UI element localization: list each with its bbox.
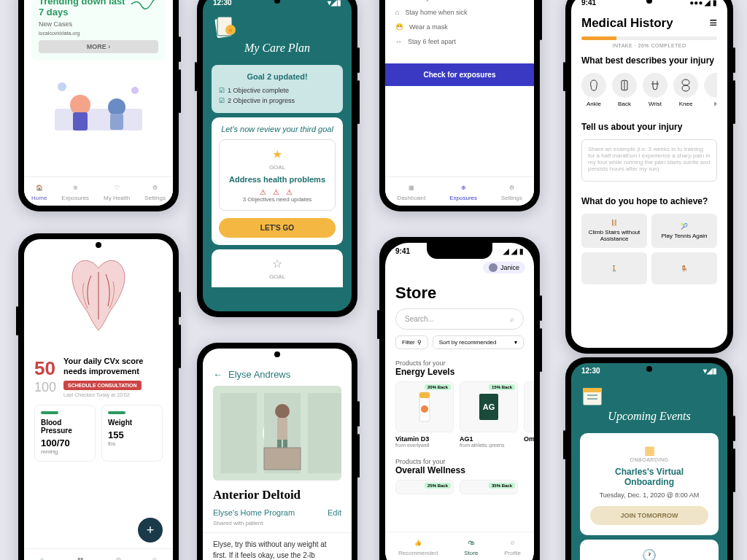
- achieve-tennis[interactable]: 🎾Play Tennis Again: [651, 214, 717, 248]
- metric-bp[interactable]: Blood Pressure 100/70 mmHg: [34, 405, 96, 462]
- goal-updated-card: Goal 2 updated! ☑1 Objective complete ☑2…: [212, 65, 343, 113]
- review-title: Let's now review your third goal: [219, 125, 336, 133]
- injury-wrist[interactable]: Wrist: [643, 73, 667, 107]
- source-label: localcoviddata.org: [39, 31, 158, 36]
- objectives-note: 3 Objectives need updates: [227, 196, 328, 203]
- injury-ankle[interactable]: Ankle: [581, 73, 606, 107]
- tab-settings[interactable]: ⚙Settings: [144, 182, 166, 201]
- score-denom: 100: [34, 380, 56, 395]
- svg-rect-2: [73, 112, 88, 131]
- guideline-mask: 😷Wear a mask: [395, 20, 524, 34]
- guideline-home: ⌂Stay home when sick: [395, 5, 524, 20]
- svg-point-1: [70, 95, 90, 115]
- next-goal-peek: ☆ GOAL: [212, 249, 343, 287]
- phone-exercise: ← Elyse Andrews Anterior Deltoid Elyse's…: [197, 343, 357, 560]
- tab-bar: 👍Recommended 🛍Store ☺Profile: [385, 532, 534, 560]
- injury-knee[interactable]: Knee: [673, 73, 698, 107]
- product-card[interactable]: 15% BackAG AG1 from athletic greens: [460, 381, 518, 448]
- phone-events: 12:30▾◢▮ Upcoming Events ▦ ONBOARDING Ch…: [565, 357, 733, 560]
- svg-rect-4: [110, 114, 123, 130]
- tab-profile[interactable]: ☺Profile: [504, 537, 521, 556]
- achieve-option[interactable]: 🪑: [651, 252, 717, 284]
- lets-go-button[interactable]: LET'S GO: [219, 218, 336, 238]
- product-card[interactable]: 20% Back Vitamin D3 from everlywell: [395, 381, 454, 448]
- injury-back[interactable]: Back: [612, 73, 637, 107]
- guideline-wash: 🙲Wash your hands often: [395, 0, 524, 5]
- tab-exposures[interactable]: ⊕Exposures: [449, 182, 477, 201]
- goal-updated-title: Goal 2 updated!: [219, 72, 336, 81]
- tab-exposures[interactable]: ⊕Exposures: [61, 182, 89, 201]
- objective-progress: ☑2 Objective in progress: [219, 96, 336, 106]
- metric-weight[interactable]: Weight 155 lbs: [101, 405, 163, 462]
- achieve-stairs[interactable]: 🪜Climb Stairs without Assistance: [581, 214, 647, 248]
- page-title: Upcoming Events: [577, 410, 721, 423]
- check-exposures-button[interactable]: Check for exposures: [385, 63, 534, 86]
- goal-name: Address health problems: [227, 175, 328, 184]
- patient-name: Elyse Andrews: [228, 369, 290, 380]
- search-input[interactable]: Search...⌕: [395, 308, 524, 330]
- product-card[interactable]: 35% Back: [460, 480, 518, 494]
- trend-card: Trending down last 7 days New Cases loca…: [31, 0, 166, 61]
- tab-settings[interactable]: ⚙Settings: [501, 182, 522, 201]
- status-icons: ◢ ◢ ▮: [503, 247, 524, 255]
- goal-label: GOAL: [227, 164, 328, 171]
- tennis-icon: 🎾: [681, 223, 688, 230]
- exercise-title: Anterior Deltoid: [203, 481, 352, 505]
- star-icon: ☆: [219, 257, 336, 271]
- more-button[interactable]: MORE ›: [39, 40, 158, 53]
- video-player[interactable]: [213, 386, 341, 481]
- tab-recommended[interactable]: 👍Recommended: [398, 537, 438, 556]
- schedule-button[interactable]: SCHEDULE CONSULTATION: [63, 381, 142, 390]
- tab-health[interactable]: ♡My Health: [104, 182, 130, 201]
- svg-text:AG: AG: [483, 402, 495, 411]
- filter-chip[interactable]: Filter⚲: [395, 335, 428, 349]
- guideline-distance: ↔Stay 6 feet apart: [395, 34, 524, 49]
- back-nav[interactable]: ← Elyse Andrews: [203, 363, 352, 386]
- status-icons: ▾◢▮: [703, 367, 717, 375]
- question-describe: Tell us about your injury: [581, 122, 717, 132]
- injury-more[interactable]: H: [704, 73, 717, 107]
- tab-bar: ▦Dashboard ⊕Exposures ⚙Settings: [385, 176, 534, 206]
- user-pill[interactable]: Janice: [483, 262, 525, 273]
- stairs-icon: 🪜: [611, 219, 618, 226]
- tab-profile[interactable]: ☺Profile: [147, 553, 163, 560]
- injury-textarea[interactable]: Share an example (i.e. 3 weeks in to tra…: [581, 139, 717, 182]
- svg-rect-14: [308, 393, 341, 473]
- tab-store[interactable]: 🛍Store: [464, 537, 478, 556]
- wait-card: 🕐 While you wait...: [580, 540, 719, 560]
- phone-medical-history: 9:41●●● ◢ ▮ Medical History ≡ INTAKE · 2…: [565, 0, 733, 354]
- add-button[interactable]: +: [138, 518, 163, 542]
- status-icons: ▾◢▮: [328, 0, 341, 7]
- section-prefix: Products for your: [385, 454, 534, 465]
- tab-goals[interactable]: ◎Goals: [111, 553, 126, 560]
- shared-label: Shared with patient: [203, 520, 352, 533]
- page-title: My Care Plan: [209, 42, 346, 55]
- clipboard-icon: [209, 15, 238, 42]
- goal-label: GOAL: [219, 273, 336, 280]
- sort-chip[interactable]: Sort by recommended▾: [433, 335, 524, 349]
- svg-rect-21: [419, 392, 430, 398]
- metric-label: New Cases: [39, 20, 158, 28]
- svg-point-5: [58, 82, 66, 91]
- status-time: 12:30: [213, 0, 232, 7]
- svg-rect-16: [277, 418, 287, 440]
- score-value: 50: [34, 357, 56, 380]
- edit-link[interactable]: Edit: [328, 508, 341, 517]
- product-card[interactable]: Om: [524, 381, 534, 448]
- join-button[interactable]: JOIN TOMORROW: [590, 506, 708, 525]
- back-arrow-icon: ←: [213, 369, 222, 380]
- product-card[interactable]: 25% Back: [395, 480, 454, 494]
- tab-ranking[interactable]: ▮▮Ranking: [69, 553, 90, 560]
- achieve-option[interactable]: 🚶: [581, 252, 647, 284]
- tab-dashboard[interactable]: ▦Dashboard: [397, 182, 425, 201]
- mask-icon: 😷: [395, 23, 403, 31]
- menu-icon[interactable]: ≡: [709, 15, 717, 31]
- calendar-icon: [577, 384, 606, 410]
- tab-home[interactable]: 🏠Home: [31, 182, 47, 201]
- tab-home[interactable]: ⌂Home: [34, 553, 50, 560]
- tab-bar: ⌂Home ▮▮Ranking ◎Goals ☺Profile: [24, 548, 173, 560]
- status-time: 12:30: [581, 367, 600, 375]
- event-datetime: Tuesday, Dec. 1, 2020 @ 8:00 AM: [590, 491, 708, 499]
- svg-point-10: [682, 79, 689, 85]
- page-title: Medical History: [581, 16, 673, 31]
